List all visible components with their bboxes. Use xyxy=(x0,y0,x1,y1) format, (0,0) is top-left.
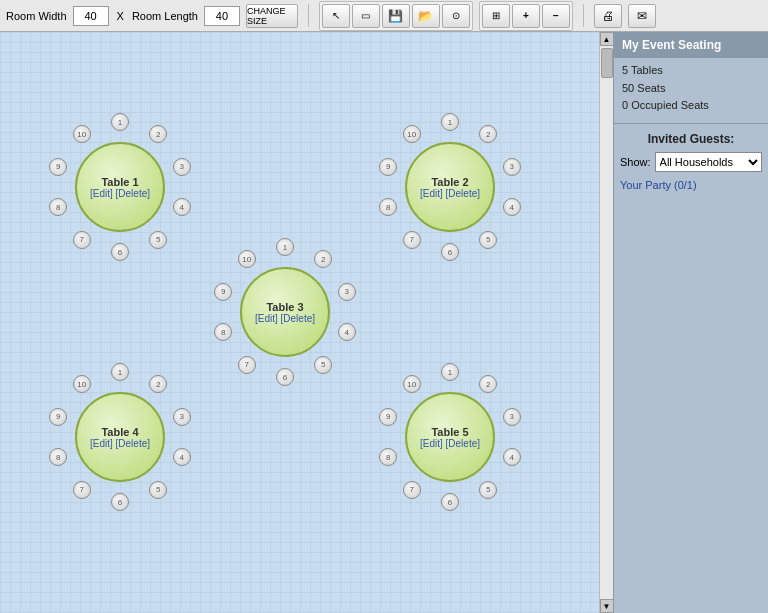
seat-5-2[interactable]: 2 xyxy=(479,375,497,393)
table-edit-4[interactable]: [Edit] xyxy=(90,438,113,449)
seat-4-3[interactable]: 3 xyxy=(173,408,191,426)
seat-4-8[interactable]: 8 xyxy=(49,448,67,466)
seat-3-1[interactable]: 1 xyxy=(276,238,294,256)
table-group-1: 12345678910Table 1[Edit] [Delete] xyxy=(50,117,190,257)
seat-2-2[interactable]: 2 xyxy=(479,125,497,143)
seat-5-4[interactable]: 4 xyxy=(503,448,521,466)
seat-1-4[interactable]: 4 xyxy=(173,198,191,216)
seat-4-9[interactable]: 9 xyxy=(49,408,67,426)
seat-4-4[interactable]: 4 xyxy=(173,448,191,466)
cursor-tool-button[interactable] xyxy=(322,4,350,28)
seat-4-5[interactable]: 5 xyxy=(149,481,167,499)
table-links-2[interactable]: [Edit] [Delete] xyxy=(420,188,480,199)
show-label: Show: xyxy=(620,156,651,168)
table-edit-5[interactable]: [Edit] xyxy=(420,438,443,449)
seat-4-10[interactable]: 10 xyxy=(73,375,91,393)
scroll-down-button[interactable]: ▼ xyxy=(600,599,614,613)
seat-2-4[interactable]: 4 xyxy=(503,198,521,216)
tool-group-2 xyxy=(479,1,573,31)
seat-5-9[interactable]: 9 xyxy=(379,408,397,426)
rect-tool-button[interactable] xyxy=(352,4,380,28)
seat-1-5[interactable]: 5 xyxy=(149,231,167,249)
seat-3-6[interactable]: 6 xyxy=(276,368,294,386)
show-select[interactable]: All Households Seated Unseated xyxy=(655,152,762,172)
table-edit-3[interactable]: [Edit] xyxy=(255,313,278,324)
email-button[interactable] xyxy=(628,4,656,28)
scroll-up-button[interactable]: ▲ xyxy=(600,32,614,46)
zoom-in-button[interactable] xyxy=(512,4,540,28)
seat-1-8[interactable]: 8 xyxy=(49,198,67,216)
scroll-thumb[interactable] xyxy=(601,48,613,78)
seat-2-7[interactable]: 7 xyxy=(403,231,421,249)
open-button[interactable] xyxy=(412,4,440,28)
table-group-3: 12345678910Table 3[Edit] [Delete] xyxy=(215,242,355,382)
seat-5-10[interactable]: 10 xyxy=(403,375,421,393)
table-delete-3[interactable]: [Delete] xyxy=(281,313,315,324)
seat-3-5[interactable]: 5 xyxy=(314,356,332,374)
seat-5-1[interactable]: 1 xyxy=(441,363,459,381)
seat-3-8[interactable]: 8 xyxy=(214,323,232,341)
seat-4-2[interactable]: 2 xyxy=(149,375,167,393)
seat-2-10[interactable]: 10 xyxy=(403,125,421,143)
table-circle-3[interactable]: Table 3[Edit] [Delete] xyxy=(240,267,330,357)
grid-button[interactable] xyxy=(482,4,510,28)
table-delete-5[interactable]: [Delete] xyxy=(446,438,480,449)
zoom-out-button[interactable] xyxy=(542,4,570,28)
tool-group-1 xyxy=(319,1,473,31)
table-circle-1[interactable]: Table 1[Edit] [Delete] xyxy=(75,142,165,232)
table-links-4[interactable]: [Edit] [Delete] xyxy=(90,438,150,449)
table-edit-2[interactable]: [Edit] xyxy=(420,188,443,199)
seat-5-8[interactable]: 8 xyxy=(379,448,397,466)
seat-5-6[interactable]: 6 xyxy=(441,493,459,511)
table-edit-1[interactable]: [Edit] xyxy=(90,188,113,199)
seat-1-2[interactable]: 2 xyxy=(149,125,167,143)
seat-1-1[interactable]: 1 xyxy=(111,113,129,131)
seat-2-8[interactable]: 8 xyxy=(379,198,397,216)
guest-item[interactable]: Your Party (0/1) xyxy=(620,178,762,192)
seat-1-3[interactable]: 3 xyxy=(173,158,191,176)
seat-1-9[interactable]: 9 xyxy=(49,158,67,176)
table-circle-2[interactable]: Table 2[Edit] [Delete] xyxy=(405,142,495,232)
seat-2-5[interactable]: 5 xyxy=(479,231,497,249)
seat-1-6[interactable]: 6 xyxy=(111,243,129,261)
room-length-input[interactable] xyxy=(204,6,240,26)
seat-4-7[interactable]: 7 xyxy=(73,481,91,499)
table-group-5: 12345678910Table 5[Edit] [Delete] xyxy=(380,367,520,507)
seat-4-6[interactable]: 6 xyxy=(111,493,129,511)
table-circle-5[interactable]: Table 5[Edit] [Delete] xyxy=(405,392,495,482)
seat-2-1[interactable]: 1 xyxy=(441,113,459,131)
zoom-in-icon xyxy=(523,10,529,21)
seat-4-1[interactable]: 1 xyxy=(111,363,129,381)
change-size-button[interactable]: CHANGE SIZE xyxy=(246,4,298,28)
table-links-5[interactable]: [Edit] [Delete] xyxy=(420,438,480,449)
vertical-scrollbar[interactable]: ▲ ▼ xyxy=(599,32,613,613)
room-width-input[interactable] xyxy=(73,6,109,26)
table-delete-2[interactable]: [Delete] xyxy=(446,188,480,199)
seat-3-4[interactable]: 4 xyxy=(338,323,356,341)
sidebar-divider xyxy=(614,123,768,124)
seat-2-9[interactable]: 9 xyxy=(379,158,397,176)
table-circle-4[interactable]: Table 4[Edit] [Delete] xyxy=(75,392,165,482)
seat-5-3[interactable]: 3 xyxy=(503,408,521,426)
save-button[interactable] xyxy=(382,4,410,28)
seat-1-10[interactable]: 10 xyxy=(73,125,91,143)
seat-5-7[interactable]: 7 xyxy=(403,481,421,499)
seating-canvas[interactable]: 12345678910Table 1[Edit] [Delete]1234567… xyxy=(0,32,599,613)
table-delete-1[interactable]: [Delete] xyxy=(116,188,150,199)
sidebar-title: My Event Seating xyxy=(614,32,768,58)
seat-3-10[interactable]: 10 xyxy=(238,250,256,268)
print-button[interactable] xyxy=(594,4,622,28)
seat-3-7[interactable]: 7 xyxy=(238,356,256,374)
seat-2-3[interactable]: 3 xyxy=(503,158,521,176)
table-links-3[interactable]: [Edit] [Delete] xyxy=(255,313,315,324)
seat-5-5[interactable]: 5 xyxy=(479,481,497,499)
table-delete-4[interactable]: [Delete] xyxy=(116,438,150,449)
seat-3-9[interactable]: 9 xyxy=(214,283,232,301)
seat-3-2[interactable]: 2 xyxy=(314,250,332,268)
chair-button[interactable] xyxy=(442,4,470,28)
seat-3-3[interactable]: 3 xyxy=(338,283,356,301)
rect-icon xyxy=(361,10,370,21)
seat-2-6[interactable]: 6 xyxy=(441,243,459,261)
seat-1-7[interactable]: 7 xyxy=(73,231,91,249)
table-links-1[interactable]: [Edit] [Delete] xyxy=(90,188,150,199)
